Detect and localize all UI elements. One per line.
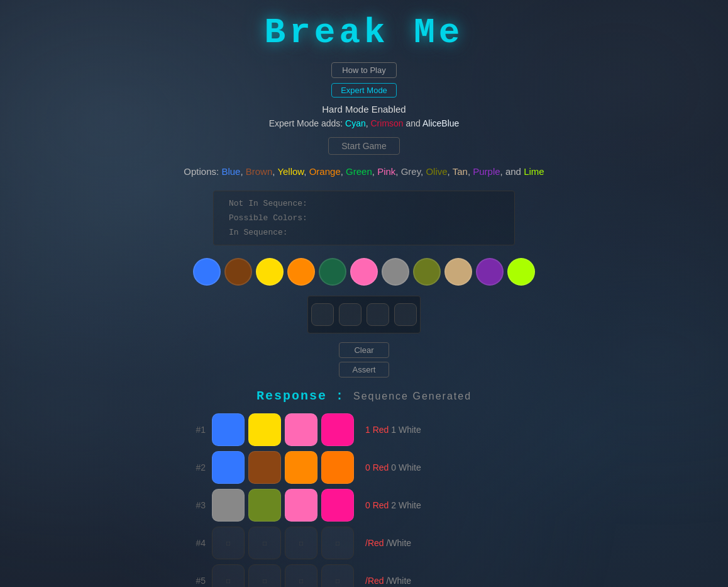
circle-orange[interactable] bbox=[287, 258, 315, 286]
response-sub-label: Sequence Generated bbox=[353, 391, 472, 401]
peg-5-3[interactable]: □ bbox=[285, 564, 317, 587]
guess-result-1: 1 Red 1 White bbox=[365, 425, 421, 435]
circle-yellow[interactable] bbox=[256, 258, 284, 286]
clear-button[interactable]: Clear bbox=[339, 342, 389, 358]
color-circles-row bbox=[193, 258, 535, 286]
guesses-table: #1 1 Red 1 White #2 0 Red bbox=[188, 413, 540, 587]
guess-number-5: #5 bbox=[188, 576, 206, 586]
guess-result-5: /Red /White bbox=[365, 576, 411, 586]
current-guess-area bbox=[307, 296, 421, 333]
guess-result-3: 0 Red 2 White bbox=[365, 500, 421, 510]
guess-slot-2[interactable] bbox=[339, 303, 361, 326]
how-to-play-button[interactable]: How to Play bbox=[331, 62, 396, 78]
options-line: Options: Blue, Brown, Yellow, Orange, Gr… bbox=[184, 166, 544, 177]
guess-slot-3[interactable] bbox=[367, 303, 389, 326]
option-tan: Tan bbox=[453, 166, 468, 177]
peg-4-1[interactable]: □ bbox=[212, 527, 245, 559]
expert-mode-button[interactable]: Expert Mode bbox=[331, 83, 397, 98]
result-red-4: /Red bbox=[365, 538, 384, 548]
guess-pegs-3 bbox=[212, 489, 354, 522]
peg-2-1[interactable] bbox=[212, 451, 245, 484]
result-red-3: 0 Red bbox=[365, 500, 389, 510]
guess-result-4: /Red /White bbox=[365, 538, 411, 548]
peg-1-4[interactable] bbox=[321, 413, 354, 446]
peg-5-2[interactable]: □ bbox=[248, 564, 281, 587]
result-white-4: /White bbox=[386, 538, 411, 548]
guess-number-4: #4 bbox=[188, 538, 206, 548]
peg-3-4[interactable] bbox=[321, 489, 354, 522]
peg-4-3[interactable]: □ bbox=[285, 527, 317, 559]
result-white-5: /White bbox=[386, 576, 411, 586]
option-yellow: Yellow bbox=[277, 166, 304, 177]
option-brown: Brown bbox=[246, 166, 273, 177]
option-blue: Blue bbox=[221, 166, 240, 177]
not-in-sequence-label: Not In Sequence: bbox=[229, 199, 307, 208]
guess-row-2: #2 0 Red 0 White bbox=[188, 451, 540, 484]
result-white-3: 2 White bbox=[391, 500, 421, 510]
expert-crimson: Crimson bbox=[371, 118, 404, 128]
guess-pegs-5: □ □ □ □ bbox=[212, 564, 354, 587]
circle-lime[interactable] bbox=[507, 258, 535, 286]
circle-olive[interactable] bbox=[413, 258, 441, 286]
peg-4-2[interactable]: □ bbox=[248, 527, 281, 559]
expert-cyan: Cyan bbox=[345, 118, 366, 128]
circle-purple[interactable] bbox=[476, 258, 504, 286]
in-sequence-row: In Sequence: bbox=[229, 228, 499, 237]
peg-5-4[interactable]: □ bbox=[321, 564, 354, 587]
option-lime: Lime bbox=[524, 166, 544, 177]
guess-row-3: #3 0 Red 2 White bbox=[188, 489, 540, 522]
peg-4-4[interactable]: □ bbox=[321, 527, 354, 559]
guess-number-2: #2 bbox=[188, 462, 206, 472]
expert-mode-label: Expert Mode adds: bbox=[269, 118, 343, 128]
hard-mode-status: Hard Mode Enabled bbox=[322, 104, 405, 115]
expert-and: and bbox=[406, 118, 421, 128]
result-red-2: 0 Red bbox=[365, 462, 389, 472]
response-label: Response : bbox=[256, 389, 345, 403]
start-game-button[interactable]: Start Game bbox=[328, 137, 400, 155]
peg-2-4[interactable] bbox=[321, 451, 354, 484]
peg-1-1[interactable] bbox=[212, 413, 245, 446]
guess-pegs-4: □ □ □ □ bbox=[212, 527, 354, 559]
result-white-2: 0 White bbox=[391, 462, 421, 472]
response-header: Response : Sequence Generated bbox=[256, 389, 472, 403]
option-pink: Pink bbox=[377, 166, 395, 177]
possible-colors-row: Possible Colors: bbox=[229, 213, 499, 223]
guess-pegs-1 bbox=[212, 413, 354, 446]
guess-row-1: #1 1 Red 1 White bbox=[188, 413, 540, 446]
guess-number-1: #1 bbox=[188, 425, 206, 435]
circle-tan[interactable] bbox=[444, 258, 472, 286]
result-red-5: /Red bbox=[365, 576, 384, 586]
peg-3-1[interactable] bbox=[212, 489, 245, 522]
peg-3-3[interactable] bbox=[285, 489, 317, 522]
guess-slot-4[interactable] bbox=[394, 303, 417, 326]
expert-aliceblue: AliceBlue bbox=[422, 118, 459, 128]
options-label: Options: bbox=[184, 166, 219, 177]
guess-number-3: #3 bbox=[188, 500, 206, 510]
guess-result-2: 0 Red 0 White bbox=[365, 462, 421, 472]
result-white-1: 1 White bbox=[391, 425, 421, 435]
guess-row-4: #4 □ □ □ □ /Red /White bbox=[188, 527, 540, 559]
circle-brown[interactable] bbox=[224, 258, 252, 286]
guess-slot-1[interactable] bbox=[311, 303, 334, 326]
action-buttons: Clear Assert bbox=[339, 342, 389, 377]
in-sequence-label: In Sequence: bbox=[229, 228, 288, 237]
circle-grey[interactable] bbox=[382, 258, 409, 286]
not-in-sequence-row: Not In Sequence: bbox=[229, 199, 499, 208]
circle-blue[interactable] bbox=[193, 258, 221, 286]
peg-5-1[interactable]: □ bbox=[212, 564, 245, 587]
peg-1-3[interactable] bbox=[285, 413, 317, 446]
option-orange: Orange bbox=[309, 166, 341, 177]
expert-mode-info: Expert Mode adds: Cyan, Crimson and Alic… bbox=[269, 118, 460, 128]
assert-button[interactable]: Assert bbox=[339, 362, 389, 377]
peg-1-2[interactable] bbox=[248, 413, 281, 446]
peg-2-3[interactable] bbox=[285, 451, 317, 484]
option-olive: Olive bbox=[426, 166, 447, 177]
peg-2-2[interactable] bbox=[248, 451, 281, 484]
option-green: Green bbox=[346, 166, 372, 177]
peg-3-2[interactable] bbox=[248, 489, 281, 522]
result-red-1: 1 Red bbox=[365, 425, 389, 435]
guess-row-5: #5 □ □ □ □ /Red /White bbox=[188, 564, 540, 587]
circle-pink[interactable] bbox=[350, 258, 378, 286]
option-purple: Purple bbox=[473, 166, 500, 177]
circle-green[interactable] bbox=[319, 258, 346, 286]
